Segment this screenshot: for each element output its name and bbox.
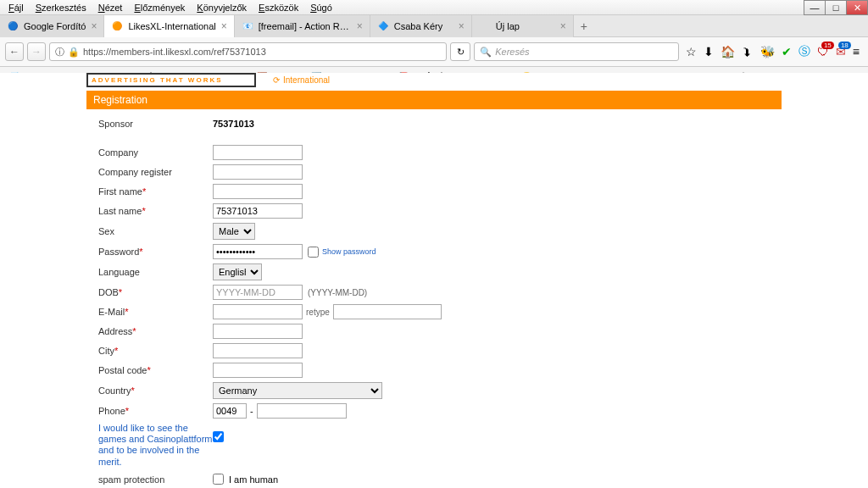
skype-icon[interactable]: Ⓢ — [798, 44, 810, 59]
globe-icon: ⟳ — [273, 75, 280, 85]
tab-label: Google Fordító — [24, 21, 86, 31]
favicon: 📧 — [242, 20, 253, 32]
logo-bar: ADVERTISING THAT WORKS ⟳ International — [86, 73, 782, 87]
maximize-button[interactable]: □ — [825, 0, 847, 15]
bee-icon[interactable]: 🐝 — [760, 45, 775, 58]
home-icon[interactable]: ⮯ — [742, 45, 754, 58]
close-icon[interactable]: × — [560, 20, 566, 32]
url-text: https://members-int.likesxl.com/ref75371… — [83, 47, 266, 57]
close-icon[interactable]: × — [91, 20, 97, 32]
menu-item[interactable]: Előzmények — [129, 2, 190, 14]
favicon: 🔵 — [7, 20, 19, 32]
viewport[interactable]: ADVERTISING THAT WORKS ⟳ International R… — [0, 73, 868, 87]
bookmark-star-icon[interactable]: ☆ — [686, 45, 697, 58]
pocket-icon[interactable]: ⬇ — [704, 45, 714, 58]
forward-button[interactable]: → — [27, 42, 46, 61]
tab-label: Csaba Kéry — [394, 21, 453, 31]
close-icon[interactable]: × — [459, 20, 465, 32]
search-input[interactable] — [495, 47, 673, 57]
url-box[interactable]: ⓘ 🔒 https://members-int.likesxl.com/ref7… — [49, 42, 447, 61]
close-icon[interactable]: × — [221, 20, 227, 32]
browser-tab[interactable]: Új lap× — [472, 15, 574, 37]
menu-item[interactable]: Fájl — [3, 2, 29, 14]
close-icon[interactable]: × — [357, 20, 363, 32]
search-box[interactable]: 🔍 — [474, 42, 679, 61]
menu-item[interactable]: Szerkesztés — [31, 2, 92, 14]
menu-item[interactable]: Nézet — [93, 2, 128, 14]
check-icon[interactable]: ✔ — [782, 45, 792, 58]
favicon: 🔷 — [377, 20, 389, 32]
shield-icon[interactable]: 🛡 15 — [817, 45, 829, 58]
window-controls: — □ ✕ — [804, 0, 868, 15]
download-icon[interactable]: 🏠 — [721, 45, 735, 58]
tab-label: LikesXL-International — [128, 21, 215, 31]
minimize-button[interactable]: — — [804, 0, 826, 15]
toolbar-icons: ☆ ⬇ 🏠 ⮯ 🐝 ✔ Ⓢ 🛡 15 ✉ 18 ≡ — [682, 44, 863, 59]
back-button[interactable]: ← — [5, 42, 24, 61]
brand-logo: ADVERTISING THAT WORKS — [86, 73, 256, 87]
close-button[interactable]: ✕ — [846, 0, 868, 15]
brand-tagline: ADVERTISING THAT WORKS — [88, 75, 254, 86]
browser-tab[interactable]: 🔵Google Fordító× — [0, 15, 104, 37]
side-logo: ⟳ International — [273, 75, 330, 85]
tab-label: [freemail] - Action Require... — [259, 21, 352, 31]
mail-icon[interactable]: ✉ 18 — [836, 45, 846, 58]
tab-label: Új lap — [496, 21, 555, 31]
menu-bar: FájlSzerkesztésNézetElőzményekKönyvjelző… — [0, 0, 868, 15]
badge-count: 18 — [838, 42, 851, 49]
menu-item[interactable]: Súgó — [305, 2, 337, 14]
browser-tab[interactable]: 📧[freemail] - Action Require...× — [235, 15, 370, 37]
browser-tab[interactable]: 🔷Csaba Kéry× — [370, 15, 472, 37]
browser-tab[interactable]: 🟠LikesXL-International× — [104, 15, 234, 37]
reload-button[interactable]: ↻ — [450, 42, 470, 61]
menu-item[interactable]: Könyvjelzők — [192, 2, 252, 14]
lock-icon: 🔒 — [68, 47, 80, 58]
address-bar: ← → ⓘ 🔒 https://members-int.likesxl.com/… — [0, 37, 868, 67]
favicon — [479, 20, 491, 32]
new-tab-button[interactable]: + — [574, 19, 594, 33]
search-icon: 🔍 — [480, 47, 492, 58]
tab-bar: 🔵Google Fordító×🟠LikesXL-International×📧… — [0, 15, 868, 37]
info-icon: ⓘ — [55, 46, 64, 58]
menu-icon[interactable]: ≡ — [853, 45, 860, 58]
badge-count: 15 — [821, 42, 834, 49]
menu-item[interactable]: Eszközök — [253, 2, 303, 14]
favicon: 🟠 — [111, 20, 123, 32]
page-content: ADVERTISING THAT WORKS ⟳ International R… — [86, 73, 782, 87]
